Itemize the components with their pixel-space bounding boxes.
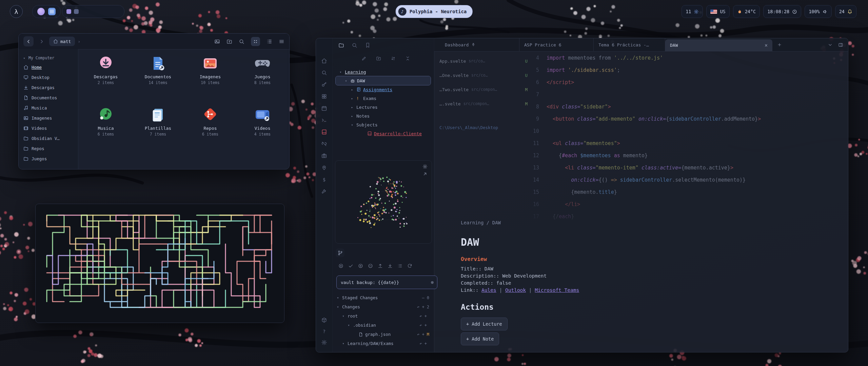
tree-item[interactable]: ▸ Lectures: [336, 103, 431, 111]
toggle-right-sidebar-icon[interactable]: [838, 42, 843, 47]
git-row-actions[interactable]: ↶ + 2: [417, 305, 429, 309]
volume-module[interactable]: 100%: [805, 5, 832, 18]
keyboard-layout-module[interactable]: US: [706, 5, 729, 18]
folder-item[interactable]: Musica 6 items: [82, 104, 130, 156]
git-action-icons[interactable]: ↶ +: [419, 323, 427, 328]
terminal-icon[interactable]: [321, 117, 327, 123]
tools-icon[interactable]: [321, 188, 327, 194]
tab-bookmarks-icon[interactable]: [365, 42, 371, 48]
weather-module[interactable]: 24°C: [733, 5, 760, 18]
git-action-icons[interactable]: —: [422, 296, 425, 300]
git-action-icons[interactable]: ↶ +: [419, 314, 427, 319]
folder-item[interactable]: Descargas 2 items: [82, 53, 130, 104]
sidebar-item[interactable]: Descargas: [19, 82, 78, 93]
file-manager-titlebar[interactable]: matt ›: [19, 34, 289, 49]
tree-item[interactable]: ▾ Subjects: [336, 120, 431, 129]
workspace-indicator[interactable]: [66, 9, 71, 14]
workspaces-pill[interactable]: [62, 5, 124, 18]
refresh-icon[interactable]: [407, 263, 412, 268]
notifications-module[interactable]: 24: [835, 5, 856, 18]
tree-item[interactable]: Desarrollo-Cliente: [336, 129, 431, 138]
back-button[interactable]: [23, 36, 34, 46]
sort-order-icon[interactable]: [391, 56, 396, 61]
canvas-icon[interactable]: [321, 94, 327, 99]
add-lecture-button[interactable]: + Add Lecture: [461, 318, 508, 330]
tree-item[interactable]: ▸ Notes: [336, 111, 431, 120]
sidebar-item[interactable]: Musica: [19, 103, 78, 113]
app-icon-2[interactable]: [48, 8, 56, 15]
note-link[interactable]: Outlook: [505, 287, 526, 293]
clear-commit-icon[interactable]: ⊗: [431, 280, 434, 285]
git-row[interactable]: ▾ Changes ↶ + 2: [332, 302, 434, 311]
sidebar-item[interactable]: Repos: [19, 143, 78, 154]
add-note-button[interactable]: + Add Note: [461, 332, 499, 345]
note-link[interactable]: Aules: [481, 287, 496, 293]
screenshot-icon[interactable]: [214, 39, 220, 44]
git-row-actions[interactable]: ↶ +: [419, 314, 429, 319]
git-row-actions[interactable]: ↶ + M: [417, 332, 429, 337]
git-row-actions[interactable]: — 0: [422, 296, 429, 300]
unstage-all-icon[interactable]: [368, 263, 373, 268]
git-row[interactable]: ▾ Staged Changes — 0: [332, 293, 434, 302]
tab-files-icon[interactable]: [338, 42, 344, 48]
editor-tab[interactable]: Dashboard: [440, 38, 519, 51]
editor-tab[interactable]: ASP Practice 6: [519, 38, 594, 51]
list-view-icon[interactable]: [267, 39, 272, 44]
tree-item[interactable]: ▸ Assignments: [336, 85, 431, 94]
vault-home-icon[interactable]: [321, 58, 327, 64]
map-pin-icon[interactable]: [321, 165, 327, 170]
folder-item[interactable]: Juegos 8 items: [239, 53, 286, 104]
new-note-icon[interactable]: [361, 56, 367, 61]
git-row-actions[interactable]: ↶ +: [419, 323, 429, 328]
sidebar-item[interactable]: Home: [19, 62, 78, 72]
sidebar-item[interactable]: Juegos: [19, 154, 78, 164]
editor-tab[interactable]: Tema 6 Prácticas -…: [594, 38, 665, 51]
sidebar-header[interactable]: ▾ My Computer: [19, 54, 78, 62]
sidebar-item[interactable]: Desktop: [19, 72, 78, 82]
new-folder-icon[interactable]: [376, 56, 381, 61]
editor-tab[interactable]: DAW ×: [665, 39, 772, 51]
graph-view[interactable]: [335, 160, 432, 244]
help-icon[interactable]: ?: [321, 328, 327, 334]
commit-message-input[interactable]: [340, 280, 428, 285]
commit-icon[interactable]: [348, 263, 353, 268]
key-icon[interactable]: [321, 82, 327, 87]
commit-message-box[interactable]: ⊗: [336, 276, 437, 289]
git-action-icons[interactable]: ↶ +: [419, 341, 427, 346]
search-icon[interactable]: [321, 70, 327, 76]
tab-search-icon[interactable]: [352, 42, 357, 48]
sidebar-item[interactable]: Imagenes: [19, 113, 78, 123]
clock-module[interactable]: 18:08:28: [763, 5, 801, 18]
sidebar-item[interactable]: Videos: [19, 123, 78, 133]
note-breadcrumb[interactable]: Learning / DAW: [461, 220, 501, 225]
git-action-icons[interactable]: ↶ +: [417, 305, 425, 309]
new-folder-icon[interactable]: [226, 39, 232, 44]
launcher-button[interactable]: λ: [10, 5, 23, 18]
stage-all-icon[interactable]: [358, 263, 363, 268]
push-icon[interactable]: [378, 263, 383, 268]
tree-item[interactable]: ▸ ! Exams: [336, 94, 431, 103]
graph-expand-icon[interactable]: [422, 171, 428, 177]
git-action-icons[interactable]: ↶ +: [417, 332, 425, 337]
graph-settings-icon[interactable]: [422, 164, 428, 169]
folder-item[interactable]: Plantillas 7 items: [134, 104, 182, 156]
sidebar-item[interactable]: Obsidian V…: [19, 133, 78, 143]
folder-item[interactable]: Imagenes 10 items: [186, 53, 234, 104]
updates-module[interactable]: 11: [682, 5, 703, 18]
donate-icon[interactable]: $: [321, 177, 327, 182]
folder-item[interactable]: Videos 4 items: [239, 104, 286, 156]
media-player-widget[interactable]: ♪ Polyphia - Neurotica: [396, 5, 473, 18]
pull-icon[interactable]: [388, 263, 393, 268]
unlink-icon[interactable]: [321, 141, 327, 147]
backup-icon[interactable]: [338, 263, 343, 268]
tree-item[interactable]: ▾ Learning: [336, 67, 431, 76]
new-tab-button[interactable]: [772, 38, 787, 51]
app-icon-1[interactable]: [37, 8, 45, 15]
package-icon[interactable]: [321, 317, 327, 323]
forward-button[interactable]: [36, 36, 46, 46]
folder-item[interactable]: Documentos 14 items: [134, 53, 182, 104]
search-icon[interactable]: [239, 39, 244, 44]
tab-list-icon[interactable]: [828, 42, 833, 47]
close-tab-icon[interactable]: ×: [765, 42, 768, 48]
camera-icon[interactable]: [321, 153, 327, 159]
